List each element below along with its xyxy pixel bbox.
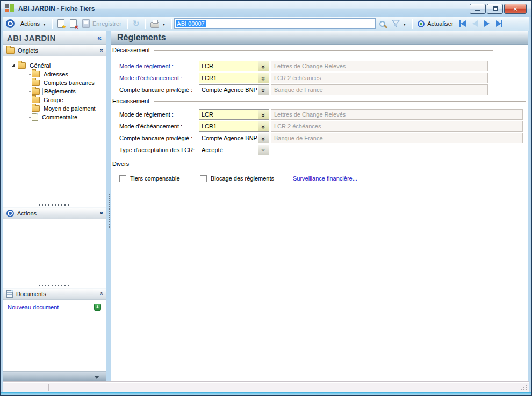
combo-value: Compte Agence BNP (199, 133, 258, 143)
tree-node-commentaire[interactable]: Commentaire (26, 113, 106, 121)
combo-dropdown-button[interactable] (258, 145, 269, 155)
new-document-row: Nouveau document (3, 300, 106, 311)
divers-title: Divers (112, 161, 133, 167)
collapse-panel-icon[interactable] (97, 292, 104, 295)
panel-header-documents[interactable]: Documents (3, 288, 106, 300)
restore-button[interactable] (487, 4, 503, 14)
resize-grip-icon[interactable] (526, 389, 527, 390)
minimize-button[interactable] (470, 4, 486, 14)
compte-bancaire-combo[interactable]: Compte Agence BNP (199, 133, 269, 143)
horizontal-splitter[interactable] (3, 202, 106, 207)
nav-next-button[interactable] (481, 19, 493, 28)
double-chevron-down-icon (262, 74, 265, 82)
combo-dropdown-button[interactable] (258, 121, 269, 131)
mode-reglement-description: Lettres de Change Relevés (271, 61, 488, 71)
section-encaissement: Encaissement Mode de règlement : LCR Let… (111, 98, 528, 156)
vertical-splitter[interactable] (109, 194, 110, 228)
combo-dropdown-button[interactable] (258, 110, 269, 119)
nav-previous-button[interactable] (469, 19, 481, 28)
save-icon (82, 19, 90, 28)
actions-menu-button[interactable]: Actions (18, 19, 49, 28)
mode-reglement-combo[interactable]: LCR (199, 61, 269, 71)
tree-item-label: Adresses (42, 71, 69, 77)
page-header: Règlements (111, 31, 528, 45)
folder-icon (32, 105, 40, 112)
delete-record-button[interactable] (67, 18, 80, 29)
tiers-compensable-group: Tiers compensable (119, 175, 200, 182)
save-label: Enregistrer (92, 20, 121, 27)
compte-bancaire-label: Compte bancaire privilégié : (119, 87, 199, 93)
close-icon: × (513, 5, 517, 12)
add-document-button[interactable] (94, 304, 101, 311)
toolbar-separator (127, 19, 127, 29)
actions-panel-title: Actions (17, 210, 96, 217)
mode-reglement-description: Lettres de Change Relevés (271, 109, 523, 120)
record-search-input[interactable]: ABI 00007 (174, 18, 376, 29)
blocage-reglements-group: Blocage des règlements (200, 175, 293, 182)
mode-echeancement-combo[interactable]: LCR1 (199, 73, 269, 83)
folder-icon (6, 47, 15, 54)
mode-reglement-combo[interactable]: LCR (199, 109, 269, 120)
print-button[interactable] (148, 19, 168, 29)
panel-header-onglets[interactable]: Onglets (3, 45, 106, 56)
new-document-link[interactable]: Nouveau document (8, 304, 94, 311)
surveillance-financiere-link[interactable]: Surveillance financière... (293, 175, 357, 182)
combo-value: LCR1 (199, 121, 258, 131)
search-button[interactable] (376, 20, 389, 28)
tree-node-groupe[interactable]: Groupe (26, 96, 106, 104)
row-compte-bancaire-enc: Compte bancaire privilégié : Compte Agen… (111, 132, 528, 144)
compte-bancaire-label: Compte bancaire privilégié : (119, 135, 199, 141)
mode-reglement-label: Mode de règlement : (119, 63, 199, 69)
toolbar-separator (171, 19, 171, 29)
save-button[interactable]: Enregistrer (80, 18, 124, 29)
nav-last-button[interactable] (493, 19, 506, 28)
tiers-compensable-label: Tiers compensable (130, 175, 180, 182)
combo-dropdown-button[interactable] (258, 61, 269, 71)
actualiser-button[interactable]: Actualiser (415, 19, 456, 28)
collapse-sidebar-button[interactable] (97, 33, 102, 42)
type-acceptation-combo[interactable]: Accepté (199, 145, 269, 155)
refresh-button[interactable] (130, 18, 142, 30)
filter-icon (392, 20, 400, 27)
documents-panel-body: Nouveau document (3, 300, 106, 371)
combo-dropdown-button[interactable] (258, 133, 269, 143)
mode-echeancement-combo[interactable]: LCR1 (199, 121, 269, 132)
sidebar-header: ABI JARDIN (3, 31, 106, 45)
combo-value: LCR (199, 110, 258, 119)
blocage-reglements-checkbox[interactable] (200, 175, 207, 182)
tree-root-label: Général (28, 62, 52, 69)
close-button[interactable]: × (504, 4, 527, 14)
combo-dropdown-button[interactable] (258, 73, 269, 83)
tiers-compensable-checkbox[interactable] (119, 175, 126, 182)
compte-bancaire-combo[interactable]: Compte Agence BNP (199, 84, 269, 95)
status-divider (469, 384, 469, 391)
new-record-button[interactable] (55, 18, 67, 29)
row-mode-reglement-enc: Mode de règlement : LCR Lettres de Chang… (111, 109, 528, 120)
toolbar-separator (412, 19, 412, 29)
double-chevron-down-icon (262, 62, 265, 70)
open-folder-icon (32, 88, 40, 95)
collapse-panel-icon[interactable] (97, 49, 104, 52)
horizontal-splitter[interactable] (3, 283, 106, 288)
combo-dropdown-button[interactable] (258, 85, 269, 95)
tree-node-moyen-de-paiement[interactable]: Moyen de paiement (26, 104, 106, 113)
documents-panel-title: Documents (16, 291, 96, 297)
tree-node-reglements[interactable]: Règlements (26, 87, 106, 96)
panel-header-actions[interactable]: Actions (3, 207, 106, 219)
toolbar-separator (145, 19, 145, 29)
tree-node-adresses[interactable]: Adresses (26, 70, 106, 78)
chevron-down-icon (162, 20, 166, 27)
restore-icon (493, 6, 498, 11)
tree-item-label: Comptes bancaires (42, 80, 96, 86)
nav-first-button[interactable] (456, 19, 469, 28)
actions-menu-label: Actions (20, 20, 40, 27)
sidebar-bottom-bar[interactable] (3, 371, 106, 382)
expand-icon[interactable] (11, 63, 15, 67)
minimize-icon (475, 10, 480, 11)
chevron-down-icon (42, 20, 46, 27)
collapse-panel-icon[interactable] (97, 212, 104, 214)
filter-button[interactable] (389, 19, 409, 28)
document-icon (6, 290, 13, 298)
combo-value: LCR1 (199, 73, 258, 83)
tree-node-comptes-bancaires[interactable]: Comptes bancaires (26, 78, 106, 87)
